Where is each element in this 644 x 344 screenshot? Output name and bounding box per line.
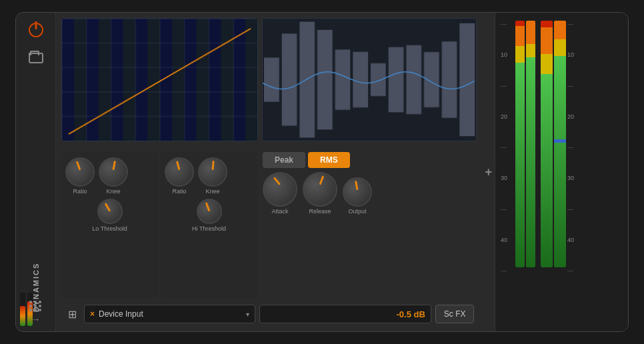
hi-compressor-section: Ratio Knee Hi Threshold [161, 152, 257, 298]
lo-threshold-label: Lo Threshold [92, 225, 127, 232]
peak-button[interactable]: Peak [263, 152, 305, 168]
hi-threshold-knob[interactable] [197, 199, 222, 224]
meter-yellow-3 [541, 54, 553, 74]
lo-ratio-label: Ratio [73, 188, 87, 195]
waveform-graph [262, 18, 477, 141]
db-value: -0.5 dB [396, 309, 425, 319]
scale-dash-top-r: — [567, 21, 581, 27]
scale-dash-3-r: — [567, 206, 581, 213]
attack-label: Attack [271, 208, 288, 215]
scale-right: — 10 — 20 — 30 — 40 — [567, 21, 581, 274]
lo-knee-knob[interactable] [99, 157, 128, 187]
lo-ratio-knob[interactable] [65, 157, 95, 187]
scale-left: — 10 — 20 — 30 — 40 — [501, 21, 514, 274]
meter-yellow-4 [554, 39, 566, 56]
sidebar-arrow[interactable]: → [31, 314, 41, 325]
hi-threshold-group: Hi Threshold [165, 199, 253, 232]
scale-30-left: 30 [501, 175, 514, 181]
lo-ratio-group: Ratio [65, 157, 95, 195]
meter-group-1 [515, 21, 535, 274]
hi-knee-label: Knee [205, 188, 219, 195]
transfer-canvas [62, 19, 257, 141]
sidebar-dots [29, 301, 42, 311]
release-knob[interactable] [303, 172, 337, 207]
device-icon: ⊞ [64, 306, 80, 322]
right-controls: Peak RMS Attack Release Output [260, 152, 477, 298]
hi-ratio-group: Ratio [165, 157, 194, 195]
sidebar: DYNAMICS → [16, 13, 56, 331]
hi-knee-group: Knee [198, 157, 227, 195]
main-content: Ratio Knee Lo Threshold Rat [56, 13, 482, 331]
x-icon: × [90, 309, 95, 319]
meter-red-1 [515, 21, 525, 26]
scale-dash-2: — [501, 144, 514, 151]
lo-knee-label: Knee [106, 188, 120, 195]
controls-main: Ratio Knee Lo Threshold Rat [61, 152, 477, 298]
folder-icon [29, 53, 43, 63]
scale-40-left: 40 [501, 237, 514, 243]
meter-bar-4 [554, 21, 566, 267]
attack-group: Attack [263, 172, 297, 215]
add-left-button[interactable]: + [482, 165, 495, 179]
hi-threshold-label: Hi Threshold [192, 225, 226, 232]
db-display: -0.5 dB [259, 305, 431, 323]
lo-knee-group: Knee [99, 157, 128, 195]
meter-yellow-1 [515, 46, 525, 63]
scale-dash-3: — [501, 206, 514, 213]
scale-dash-4: — [501, 267, 514, 274]
device-name: Device Input [99, 309, 242, 319]
meter-orange-2 [526, 21, 535, 44]
power-icon [29, 23, 43, 37]
output-label: Output [348, 208, 366, 215]
top-row [61, 18, 477, 148]
plugin-container: DYNAMICS → Ratio [15, 12, 629, 332]
folder-button[interactable] [25, 46, 47, 67]
hi-knobs-row: Ratio Knee [165, 157, 253, 195]
attack-release-row: Attack Release Output [260, 172, 477, 215]
meter-green-1 [515, 63, 525, 267]
waveform-canvas [263, 19, 476, 141]
lo-threshold-group: Lo Threshold [65, 199, 154, 232]
scale-dash-2-r: — [567, 144, 581, 151]
release-label: Release [309, 208, 331, 215]
output-knob[interactable] [343, 177, 372, 207]
hi-ratio-label: Ratio [172, 188, 186, 195]
meter-blue-marker [554, 139, 566, 143]
scale-20-left: 20 [501, 113, 514, 120]
scale-dash-mid: — [501, 83, 514, 89]
meter-bar-2 [526, 21, 535, 267]
power-button[interactable] [25, 19, 47, 41]
bottom-bar: ⊞ × Device Input ▾ -0.5 dB Sc FX [61, 302, 477, 326]
meter-bar-1 [515, 21, 525, 267]
scale-10-left: 10 [501, 51, 514, 58]
rms-button[interactable]: RMS [308, 152, 350, 168]
chevron-icon: ▾ [246, 311, 249, 318]
hi-knee-knob[interactable] [198, 157, 227, 187]
meters-layout: — 10 — 20 — 30 — 40 — [501, 18, 623, 326]
meter-yellow-2 [526, 44, 535, 57]
lo-knobs-row: Ratio Knee [65, 157, 154, 195]
scale-dash-top: — [501, 21, 514, 27]
lo-compressor-section: Ratio Knee Lo Threshold [61, 152, 158, 298]
attack-knob[interactable] [263, 172, 297, 207]
output-group: Output [343, 177, 372, 215]
hi-ratio-knob[interactable] [165, 157, 194, 187]
scale-20-right: 20 [567, 113, 581, 120]
sc-fx-button[interactable]: Sc FX [435, 305, 475, 323]
mini-meter-left [20, 293, 25, 326]
scale-10-right: 10 [567, 51, 581, 58]
release-group: Release [303, 172, 337, 215]
scale-30-right: 30 [567, 175, 581, 181]
lo-threshold-knob[interactable] [97, 199, 123, 224]
meter-red-3 [541, 21, 553, 27]
device-select[interactable]: × Device Input ▾ [84, 305, 255, 323]
meter-group-2 [541, 21, 566, 274]
meter-orange-1 [515, 26, 525, 46]
scale-40-right: 40 [567, 237, 581, 243]
scale-dash-4-r: — [567, 267, 581, 274]
peak-rms-row: Peak RMS [260, 152, 477, 168]
meter-green-4 [554, 56, 566, 267]
meter-green-3 [541, 74, 553, 267]
meter-bar-3 [541, 21, 553, 267]
scale-dash-mid-r: — [567, 83, 581, 89]
